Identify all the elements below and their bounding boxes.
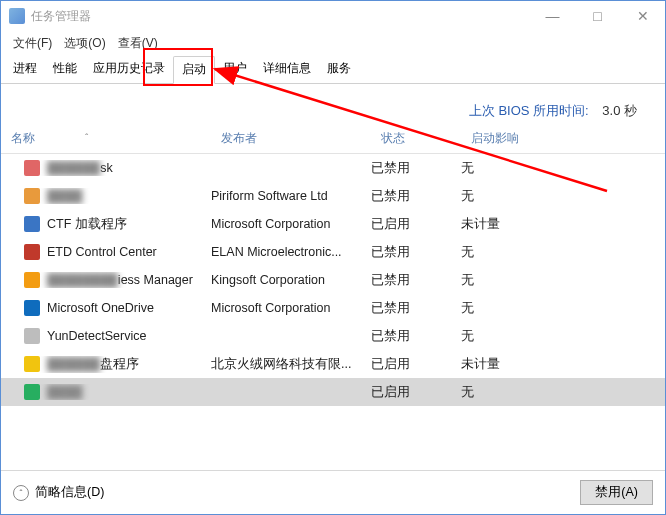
table-row[interactable]: ████Piriform Software Ltd已禁用无 (1, 182, 665, 210)
titlebar: 任务管理器 — □ ✕ (1, 1, 665, 31)
menu-view[interactable]: 查看(V) (112, 33, 164, 54)
row-name-blurred: ████████ (47, 273, 118, 287)
row-impact: 无 (461, 384, 665, 401)
bios-time: 上次 BIOS 所用时间: 3.0 秒 (1, 84, 665, 120)
header-name[interactable]: 名称 ˆ (11, 130, 221, 147)
fewer-details-label: 简略信息(D) (35, 484, 104, 501)
row-status: 已禁用 (371, 328, 461, 345)
row-status: 已启用 (371, 216, 461, 233)
tab-history[interactable]: 应用历史记录 (85, 56, 173, 84)
window-buttons: — □ ✕ (530, 1, 665, 31)
table-row[interactable]: ██████盘程序北京火绒网络科技有限...已启用未计量 (1, 350, 665, 378)
tab-users[interactable]: 用户 (215, 56, 255, 84)
row-publisher: ELAN Microelectronic... (211, 245, 371, 259)
row-name: iess Manager (118, 273, 193, 287)
row-name-blurred: ██████ (47, 161, 100, 175)
row-publisher: Microsoft Corporation (211, 301, 371, 315)
fewer-details-button[interactable]: ˆ 简略信息(D) (13, 484, 104, 501)
row-impact: 无 (461, 328, 665, 345)
table-row[interactable]: YunDetectService已禁用无 (1, 322, 665, 350)
row-impact: 无 (461, 160, 665, 177)
row-status: 已禁用 (371, 188, 461, 205)
row-name: ETD Control Center (47, 245, 157, 259)
app-icon (23, 244, 41, 260)
app-icon (23, 188, 41, 204)
maximize-button[interactable]: □ (575, 1, 620, 31)
row-name: sk (100, 161, 113, 175)
row-name-blurred: ████ (47, 189, 82, 203)
row-impact: 未计量 (461, 216, 665, 233)
table-row[interactable]: ETD Control CenterELAN Microelectronic..… (1, 238, 665, 266)
disable-button[interactable]: 禁用(A) (580, 480, 653, 505)
row-status: 已禁用 (371, 244, 461, 261)
header-status[interactable]: 状态 (381, 130, 471, 147)
tab-services[interactable]: 服务 (319, 56, 359, 84)
row-impact: 无 (461, 272, 665, 289)
row-impact: 无 (461, 188, 665, 205)
app-icon (23, 216, 41, 232)
table-row[interactable]: CTF 加载程序Microsoft Corporation已启用未计量 (1, 210, 665, 238)
app-icon (23, 328, 41, 344)
row-name-blurred: ██████ (47, 357, 100, 371)
row-publisher: Kingsoft Corporation (211, 273, 371, 287)
app-icon (23, 160, 41, 176)
bottom-bar: ˆ 简略信息(D) 禁用(A) (1, 470, 665, 514)
row-publisher: 北京火绒网络科技有限... (211, 356, 371, 373)
bios-value: 3.0 秒 (602, 103, 637, 118)
menu-file[interactable]: 文件(F) (7, 33, 58, 54)
tab-performance[interactable]: 性能 (45, 56, 85, 84)
row-impact: 未计量 (461, 356, 665, 373)
tab-strip: 进程 性能 应用历史记录 启动 用户 详细信息 服务 (1, 55, 665, 84)
row-status: 已禁用 (371, 160, 461, 177)
column-headers: 名称 ˆ 发布者 状态 启动影响 (1, 120, 665, 154)
row-impact: 无 (461, 300, 665, 317)
row-name: CTF 加载程序 (47, 216, 127, 233)
row-name: Microsoft OneDrive (47, 301, 154, 315)
table-row[interactable]: ████已启用无 (1, 378, 665, 406)
bios-label: 上次 BIOS 所用时间: (469, 103, 589, 118)
row-status: 已禁用 (371, 272, 461, 289)
startup-list: ██████sk已禁用无████Piriform Software Ltd已禁用… (1, 154, 665, 406)
row-name-blurred: ████ (47, 385, 82, 399)
app-icon (23, 356, 41, 372)
app-icon (23, 384, 41, 400)
row-status: 已启用 (371, 384, 461, 401)
row-impact: 无 (461, 244, 665, 261)
sort-caret-icon: ˆ (85, 133, 88, 144)
row-status: 已禁用 (371, 300, 461, 317)
tab-processes[interactable]: 进程 (5, 56, 45, 84)
table-row[interactable]: Microsoft OneDriveMicrosoft Corporation已… (1, 294, 665, 322)
menubar: 文件(F) 选项(O) 查看(V) (1, 31, 665, 55)
app-icon (23, 272, 41, 288)
row-publisher: Microsoft Corporation (211, 217, 371, 231)
row-status: 已启用 (371, 356, 461, 373)
minimize-button[interactable]: — (530, 1, 575, 31)
header-name-label: 名称 (11, 130, 35, 147)
table-row[interactable]: ████████iess ManagerKingsoft Corporation… (1, 266, 665, 294)
window-title: 任务管理器 (31, 8, 530, 25)
menu-options[interactable]: 选项(O) (58, 33, 111, 54)
app-icon (9, 8, 25, 24)
tab-details[interactable]: 详细信息 (255, 56, 319, 84)
row-name: YunDetectService (47, 329, 146, 343)
app-icon (23, 300, 41, 316)
tab-startup[interactable]: 启动 (173, 56, 215, 84)
table-row[interactable]: ██████sk已禁用无 (1, 154, 665, 182)
row-publisher: Piriform Software Ltd (211, 189, 371, 203)
close-button[interactable]: ✕ (620, 1, 665, 31)
chevron-up-icon: ˆ (13, 485, 29, 501)
row-name: 盘程序 (100, 356, 139, 373)
header-impact[interactable]: 启动影响 (471, 130, 665, 147)
header-publisher[interactable]: 发布者 (221, 130, 381, 147)
